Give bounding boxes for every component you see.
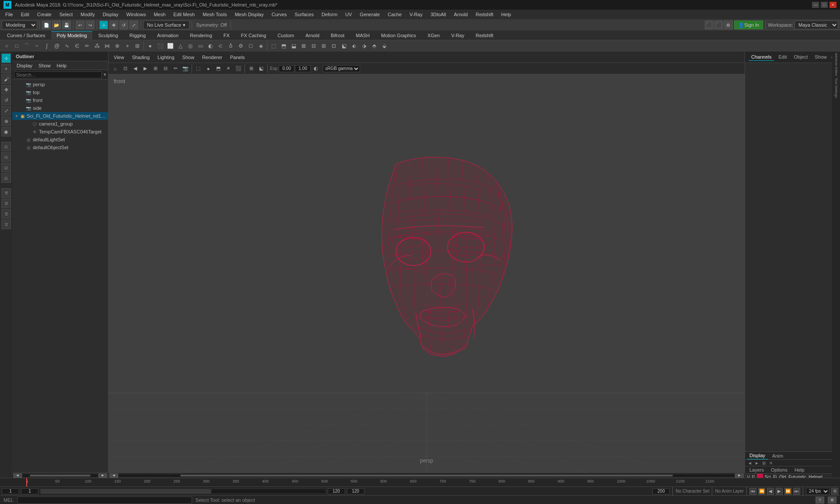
step-back-btn[interactable]: ⏪ <box>758 488 765 495</box>
select-tool-btn[interactable]: ⊹ <box>1 53 11 63</box>
minimize-button[interactable]: — <box>812 2 819 8</box>
go-end-btn[interactable]: ⏭ <box>793 488 800 495</box>
layer-close-icon[interactable]: ✕ <box>768 460 774 466</box>
lasso-tool-btn[interactable]: ⌖ <box>1 64 11 74</box>
tree-item-2[interactable]: 📷front <box>12 96 108 104</box>
tab-motion-graphics[interactable]: Motion Graphics <box>376 32 421 39</box>
tab-xgen[interactable]: XGen <box>422 32 445 39</box>
tool13-icon-btn[interactable]: ⌖ <box>122 41 132 51</box>
redo-button[interactable]: ↪ <box>86 21 94 29</box>
sculpt5-icon-btn[interactable]: ⊟ <box>309 41 318 51</box>
vp-smooth-icon[interactable]: ● <box>203 64 213 74</box>
object-tab[interactable]: Object <box>791 53 810 61</box>
ipr-button[interactable]: ⬛ <box>714 21 723 29</box>
menu-select[interactable]: Select <box>56 11 77 18</box>
color-profile-select[interactable]: sRGB gamma <box>323 65 360 72</box>
list-btn-1[interactable]: ☰ <box>1 188 11 198</box>
move-tool-btn[interactable]: ✥ <box>1 85 11 94</box>
tab-arnold[interactable]: Arnold <box>300 32 325 39</box>
sign-in-button[interactable]: 👤 Sign In <box>734 21 763 29</box>
tab-fx[interactable]: FX <box>218 32 235 39</box>
vp-cam-btn[interactable]: 📷 <box>181 64 190 74</box>
fps-select[interactable]: 24 fps 30 fps <box>806 488 830 495</box>
menu-3dtoall[interactable]: 3DtoAll <box>427 11 449 18</box>
help-btn[interactable]: ? <box>816 497 824 504</box>
channels-tab[interactable]: Channels <box>749 53 774 61</box>
scale-tool-button[interactable]: ⤢ <box>130 21 138 29</box>
vp-paint-icon[interactable]: ✏ <box>171 64 180 74</box>
edit-tab[interactable]: Edit <box>776 53 789 61</box>
vp-home-icon[interactable]: ⌂ <box>110 64 120 74</box>
menu-curves[interactable]: Curves <box>268 11 290 18</box>
outliner-help-menu[interactable]: Help <box>54 62 70 69</box>
menu-mesh[interactable]: Mesh <box>150 11 169 18</box>
workspace-select[interactable]: Maya Classic <box>794 21 838 29</box>
tree-item-5[interactable]: ⬡camera1_group <box>12 120 108 128</box>
tab-rigging[interactable]: Rigging <box>124 32 151 39</box>
sculpt11-icon-btn[interactable]: ⬘ <box>369 41 379 51</box>
menu-edit[interactable]: Edit <box>18 11 33 18</box>
vp-frame-sel-icon[interactable]: ⊟ <box>161 64 170 74</box>
outliner-scroll-track[interactable] <box>22 474 98 477</box>
menu-mesh-tools[interactable]: Mesh Tools <box>199 11 230 18</box>
layer-expand-icon[interactable]: ⊞ <box>761 460 767 466</box>
bezier-icon-btn[interactable]: ∫ <box>42 41 52 51</box>
anim-tab[interactable]: Anim <box>770 452 786 459</box>
tree-item-0[interactable]: 📷persp <box>12 80 108 88</box>
tab-sculpting[interactable]: Sculpting <box>93 32 123 39</box>
vp-hud-icon[interactable]: ⬕ <box>256 64 266 74</box>
tab-fx-caching[interactable]: FX Caching <box>236 32 271 39</box>
playback-settings-btn[interactable]: ⚙ <box>831 488 838 495</box>
paint-tool-btn[interactable]: 🖌 <box>1 74 11 84</box>
menu-windows[interactable]: Windows <box>123 11 150 18</box>
new-scene-button[interactable]: 📄 <box>42 21 51 29</box>
outliner-search-input[interactable] <box>14 71 102 78</box>
tool-settings-tab[interactable]: Tool Settings <box>833 85 839 91</box>
square-icon-btn[interactable]: □ <box>12 41 21 51</box>
vp-prev-icon[interactable]: ◀ <box>130 64 140 74</box>
helix2-icon-btn[interactable]: ♁ <box>226 41 235 51</box>
sculpt6-icon-btn[interactable]: ⊞ <box>319 41 329 51</box>
vp-frame-all-icon[interactable]: ⊞ <box>150 64 160 74</box>
vp-scroll-right-btn[interactable]: ► <box>735 473 744 478</box>
sculpt3-icon-btn[interactable]: ⬓ <box>289 41 298 51</box>
tool11-icon-btn[interactable]: ⋈ <box>102 41 112 51</box>
layer-btn-1[interactable]: ◰ <box>1 142 11 151</box>
render-button[interactable]: ⬛ <box>705 21 714 29</box>
move-tool-button[interactable]: ✥ <box>109 21 118 29</box>
vp-next-icon[interactable]: ▶ <box>140 64 150 74</box>
menu-cache[interactable]: Cache <box>384 11 405 18</box>
vp-tone-icon[interactable]: ◐ <box>311 64 321 74</box>
play-back-btn[interactable]: ◀ <box>767 488 774 495</box>
go-start-btn[interactable]: ⏮ <box>749 488 756 495</box>
curve-icon-btn[interactable]: ~ <box>32 41 42 51</box>
transform-tool-btn[interactable]: ⊕ <box>1 116 11 126</box>
undo-button[interactable]: ↩ <box>76 21 84 29</box>
maximize-button[interactable]: □ <box>821 2 828 8</box>
tab-mash[interactable]: MASH <box>350 32 375 39</box>
search-dropdown-icon[interactable]: ▾ <box>104 72 106 77</box>
list-btn-2[interactable]: ☱ <box>1 199 11 208</box>
sphere-icon-btn[interactable]: ● <box>145 41 155 51</box>
menu-mesh-display[interactable]: Mesh Display <box>231 11 267 18</box>
tab-poly-modeling[interactable]: Poly Modeling <box>51 31 92 39</box>
scroll-right-btn[interactable]: ► <box>98 473 107 478</box>
circle-icon-btn[interactable]: ○ <box>2 41 11 51</box>
close-button[interactable]: ✕ <box>830 2 836 8</box>
renderer-menu[interactable]: Renderer <box>199 54 226 61</box>
select-tool-button[interactable]: ⊹ <box>99 21 108 29</box>
disk-icon-btn[interactable]: ◐ <box>206 41 215 51</box>
tree-item-8[interactable]: ◎defaultObjectSet <box>12 144 108 151</box>
timeline-ruler[interactable]: 1501001502002503003504004505005506006507… <box>26 478 735 486</box>
frame-end-input[interactable] <box>328 488 345 494</box>
save-scene-button[interactable]: 💾 <box>62 21 71 29</box>
tree-item-3[interactable]: 📷side <box>12 104 108 112</box>
menu-modify[interactable]: Modify <box>77 11 98 18</box>
sculpt2-icon-btn[interactable]: ⬒ <box>279 41 288 51</box>
menu-redshift[interactable]: Redshift <box>472 11 497 18</box>
vp-scroll-track[interactable] <box>118 474 735 477</box>
layer-btn-4[interactable]: ◱ <box>1 173 11 183</box>
spiral-icon-btn[interactable]: @ <box>52 41 62 51</box>
live-surface-dropdown[interactable]: No Live Surface ▾ <box>143 21 189 29</box>
tool10-icon-btn[interactable]: ⁂ <box>92 41 102 51</box>
